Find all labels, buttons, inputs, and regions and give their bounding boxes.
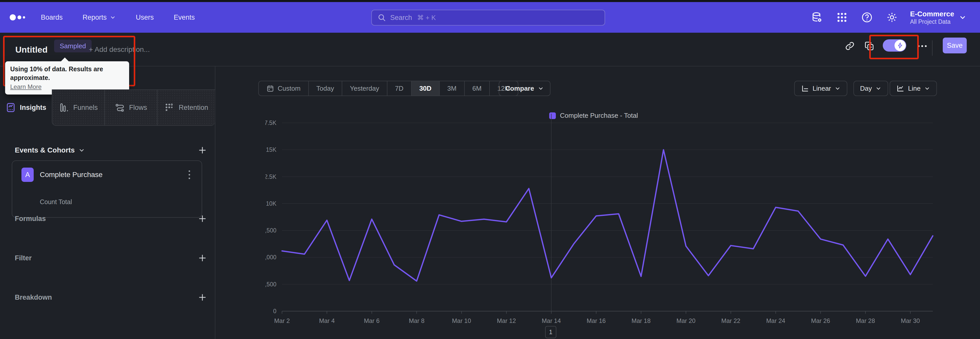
section-label: Filter — [15, 254, 32, 262]
range-today[interactable]: Today — [308, 81, 342, 96]
data-management-icon[interactable] — [811, 11, 823, 23]
section-breakdown: Breakdown — [0, 289, 215, 305]
event-name: Complete Purchase — [40, 171, 103, 179]
range-6m[interactable]: 6M — [464, 81, 489, 96]
project-selector[interactable]: E-Commerce All Project Data — [910, 2, 966, 33]
apps-grid-icon[interactable] — [836, 11, 848, 23]
interval-dropdown[interactable]: Day — [853, 81, 888, 96]
tooltip-arrow — [61, 58, 69, 62]
x-tick-label: Mar 4 — [319, 317, 334, 324]
add-breakdown-button[interactable] — [197, 292, 207, 302]
search-shortcut: ⌘ + K — [417, 14, 436, 22]
linear-scale-icon — [801, 84, 809, 93]
date-range-control: CustomTodayYesterday7D30D3M6M12M — [258, 81, 518, 96]
x-tick-label: Mar 2 — [274, 317, 290, 324]
chart-type-dropdown[interactable]: Line — [890, 81, 937, 96]
event-kebab-menu-icon[interactable] — [185, 169, 194, 181]
chevron-down-icon — [959, 14, 966, 21]
y-tick-label: 17.5K — [266, 120, 277, 126]
page-number-button[interactable]: 1 — [545, 326, 556, 338]
range-3m[interactable]: 3M — [439, 81, 464, 96]
scale-dropdown[interactable]: Linear — [794, 81, 847, 96]
tab-funnels[interactable]: Funnels — [52, 90, 104, 126]
add-formulas-button[interactable] — [197, 214, 207, 224]
y-tick-label: 7,500 — [266, 227, 277, 234]
search-input[interactable]: Search ⌘ + K — [371, 10, 605, 26]
x-tick-label: Mar 14 — [542, 317, 561, 324]
x-tick-label: Mar 20 — [676, 317, 695, 324]
range-7d[interactable]: 7D — [387, 81, 411, 96]
chevron-down-icon — [110, 14, 116, 21]
chevron-down-icon — [924, 85, 930, 91]
x-tick-label: Mar 28 — [856, 317, 875, 324]
help-icon[interactable] — [861, 11, 873, 23]
chevron-down-icon — [835, 85, 841, 91]
section-filter: Filter — [0, 250, 215, 266]
chevron-down-icon — [875, 85, 881, 91]
x-tick-label: Mar 26 — [811, 317, 830, 324]
y-tick-label: 5,000 — [266, 254, 277, 261]
sampled-badge[interactable]: Sampled — [54, 40, 92, 52]
insights-icon — [6, 102, 16, 113]
nav-icon-group — [811, 2, 898, 33]
series-line — [282, 150, 933, 281]
share-link-icon[interactable] — [845, 41, 855, 51]
toggle-knob — [894, 40, 906, 51]
range-yesterday[interactable]: Yesterday — [342, 81, 387, 96]
tab-flows[interactable]: Flows — [104, 90, 157, 126]
chevron-down-icon — [78, 147, 85, 154]
nav-item-boards[interactable]: Boards — [41, 14, 63, 21]
settings-gear-icon[interactable] — [886, 11, 898, 23]
save-button[interactable]: Save — [943, 38, 967, 53]
x-tick-label: Mar 18 — [632, 317, 651, 324]
x-tick-label: Mar 8 — [409, 317, 425, 324]
window-edge — [0, 0, 980, 2]
event-metric[interactable]: Count Total — [40, 198, 72, 206]
event-card[interactable]: A Complete Purchase Count Total — [12, 160, 202, 217]
x-tick-label: Mar 24 — [766, 317, 785, 324]
y-tick-label: 12.5K — [266, 173, 277, 180]
tab-insights[interactable]: Insights — [0, 90, 52, 126]
y-tick-label: 2,500 — [266, 281, 277, 288]
more-options-icon[interactable] — [918, 38, 929, 54]
add-filter-button[interactable] — [197, 253, 207, 263]
x-tick-label: Mar 10 — [452, 317, 471, 324]
section-label: Formulas — [15, 215, 46, 223]
flows-icon — [115, 102, 125, 113]
add-to-board-icon[interactable] — [864, 41, 874, 51]
search-placeholder: Search — [390, 14, 412, 22]
events-cohorts-header: Events & Cohorts — [0, 142, 215, 158]
search-icon — [377, 13, 386, 22]
line-chart[interactable]: 02,5005,0007,50010K12.5K15K17.5KMar 2Mar… — [266, 110, 980, 339]
report-type-tabs: InsightsFunnelsFlowsRetention — [0, 90, 215, 126]
add-event-button[interactable] — [197, 145, 207, 155]
y-tick-label: 10K — [266, 200, 277, 207]
range-custom[interactable]: Custom — [259, 81, 308, 96]
project-scope: All Project Data — [910, 18, 954, 25]
event-series-badge: A — [21, 168, 34, 182]
range-30d[interactable]: 30D — [411, 81, 439, 96]
retention-icon — [164, 102, 175, 113]
nav-item-events[interactable]: Events — [174, 14, 195, 21]
events-cohorts-label[interactable]: Events & Cohorts — [15, 146, 85, 154]
calendar-icon — [266, 85, 274, 92]
mixpanel-logo-icon[interactable] — [9, 2, 29, 33]
lightning-sampling-toggle[interactable] — [883, 39, 906, 51]
section-label: Breakdown — [15, 294, 52, 301]
nav-links: BoardsReportsUsersEvents — [41, 2, 195, 33]
funnels-icon — [59, 102, 69, 113]
chevron-down-icon — [538, 85, 544, 91]
toolbar-divider — [932, 40, 932, 56]
nav-item-users[interactable]: Users — [136, 14, 154, 21]
top-nav: BoardsReportsUsersEvents Search ⌘ + K E-… — [0, 2, 980, 33]
tab-retention[interactable]: Retention — [157, 90, 215, 126]
x-tick-label: Mar 22 — [721, 317, 740, 324]
y-tick-label: 15K — [266, 146, 277, 153]
project-name: E-Commerce — [910, 10, 954, 18]
section-formulas: Formulas — [0, 211, 215, 227]
x-tick-label: Mar 6 — [364, 317, 380, 324]
x-tick-label: Mar 16 — [587, 317, 606, 324]
compare-button[interactable]: Compare — [499, 81, 550, 96]
nav-item-reports[interactable]: Reports — [83, 14, 116, 21]
line-chart-icon — [896, 84, 904, 93]
